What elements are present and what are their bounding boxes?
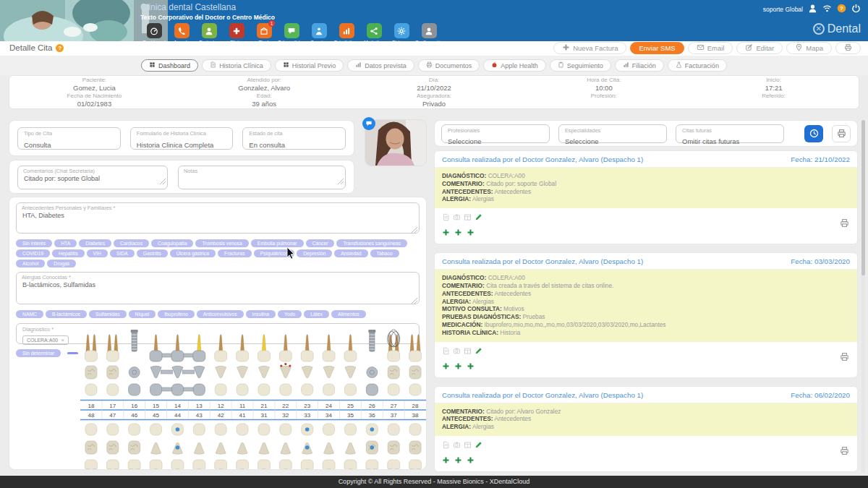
camera-icon[interactable]: [453, 211, 461, 224]
tag-cardiacos[interactable]: Cardíacos: [114, 239, 149, 247]
print-button[interactable]: [835, 42, 861, 54]
page-help-icon[interactable]: ?: [56, 44, 64, 52]
editar-button[interactable]: Editar: [736, 42, 783, 54]
tag-depresion[interactable]: Depresión: [297, 249, 332, 257]
tag-b-lactamicos[interactable]: B-lactámicos: [46, 310, 87, 318]
attach-doc-icon[interactable]: [442, 345, 450, 358]
scrollbar[interactable]: [861, 120, 865, 473]
chat-badge-icon[interactable]: [362, 117, 375, 130]
edit-pencil-icon[interactable]: [475, 439, 482, 452]
print-list-button[interactable]: [832, 125, 851, 142]
citas-futuras-select[interactable]: Citas futuras Omitir citas futuras: [676, 124, 784, 143]
add-treatment-button[interactable]: [442, 360, 450, 373]
add-note-button[interactable]: [467, 226, 475, 239]
tab-apple-health[interactable]: Apple Health: [483, 59, 546, 72]
add-note-button[interactable]: [467, 360, 475, 373]
tag-tabaco[interactable]: Tabaco: [370, 249, 399, 257]
mapa-button[interactable]: Mapa: [786, 42, 832, 54]
tag-sin-interes[interactable]: Sin interés: [16, 239, 52, 247]
tag-latex[interactable]: Látex: [304, 310, 329, 318]
tag-diabetes[interactable]: Diabetes: [79, 239, 111, 247]
odontogram[interactable]: 1848174716461545144413431242114121312232…: [79, 329, 427, 469]
tag-embolia-pulmonar[interactable]: Embolia pulmonar: [251, 239, 304, 247]
notas-input[interactable]: [178, 166, 346, 189]
tag-hepatitis[interactable]: Hepatitis: [52, 249, 84, 257]
table-icon[interactable]: [464, 211, 472, 224]
filters-card: Profesionales Seleccione Especialidades …: [434, 120, 858, 147]
tab-datos-prevista[interactable]: Datos prevista: [347, 59, 414, 72]
antecedentes-input[interactable]: HTA, Diabetes: [16, 202, 420, 234]
add-prescription-button[interactable]: [454, 226, 462, 239]
tag-ansiedad[interactable]: Ansiedad: [334, 249, 367, 257]
attach-doc-icon[interactable]: [442, 439, 450, 452]
tag-fracturas[interactable]: Fracturas: [218, 249, 252, 257]
slider-dash[interactable]: [67, 352, 78, 354]
add-prescription-button[interactable]: [454, 360, 462, 373]
tab-documentos[interactable]: Documentos: [418, 59, 480, 72]
print-consultation-icon[interactable]: [840, 218, 849, 231]
help-icon[interactable]: ?: [837, 4, 846, 14]
add-prescription-button[interactable]: [454, 454, 462, 467]
tag-niquel[interactable]: Níquel: [129, 310, 156, 318]
sin-determinar-tag[interactable]: Sin determinar: [16, 349, 61, 357]
tag-trombosis-venosa[interactable]: Trombosis venosa: [195, 239, 248, 247]
tag-ulcera-gastrica[interactable]: Úlcera gástrica: [170, 249, 216, 257]
nueva-factura-button[interactable]: Nueva Factura: [553, 42, 626, 54]
tab-dashboard[interactable]: Dashboard: [141, 59, 198, 72]
consultation-title[interactable]: Consulta realizada por el Doctor Gonzale…: [442, 257, 643, 265]
tag-hta[interactable]: HTA: [54, 239, 77, 247]
user-icon[interactable]: [808, 4, 817, 14]
tag-covid19[interactable]: COVID19: [16, 249, 50, 257]
especialidades-select[interactable]: Especialidades Seleccione: [558, 124, 667, 143]
profesionales-select[interactable]: Profesionales Seleccione: [441, 124, 550, 143]
logout-icon[interactable]: [851, 4, 861, 14]
formulario-field[interactable]: Formulario de Historia Clínica Historia …: [130, 127, 234, 150]
tab-filiacion[interactable]: Filiación: [615, 59, 664, 72]
email-button[interactable]: Email: [688, 42, 733, 54]
consultation-title[interactable]: Consulta realizada por el Doctor Gonzale…: [442, 155, 643, 163]
add-note-button[interactable]: [467, 454, 475, 467]
add-treatment-button[interactable]: [442, 454, 450, 467]
tipo-cita-field[interactable]: Tipo de Cita Consulta: [17, 127, 121, 150]
tag-coagulopatia[interactable]: Coagulopatía: [151, 239, 193, 247]
tag-namc[interactable]: NAMC: [16, 310, 43, 318]
history-clock-button[interactable]: [804, 125, 823, 142]
print-consultation-icon[interactable]: [840, 351, 849, 364]
add-treatment-button[interactable]: [442, 226, 450, 239]
edit-pencil-icon[interactable]: [475, 345, 482, 358]
tag-gastritis[interactable]: Gastritis: [137, 249, 168, 257]
camera-icon[interactable]: [453, 345, 461, 358]
comentarios-input[interactable]: Citado por: soporte Global: [17, 166, 168, 189]
alergias-input[interactable]: B-lactámicos, Sulfamidas: [16, 272, 420, 304]
page-title: Detalle Cita: [9, 43, 52, 52]
tag-ibuprofeno[interactable]: Ibuprofeno: [158, 310, 195, 318]
tag-transfusiones-sanguineas[interactable]: Transfusiones sanguíneas: [336, 239, 407, 247]
consultation-title[interactable]: Consulta realizada por el Doctor Gonzale…: [442, 391, 643, 399]
print-consultation-icon[interactable]: [840, 445, 849, 458]
scrollbar-thumb[interactable]: [861, 120, 865, 275]
edit-pencil-icon[interactable]: [475, 211, 482, 224]
table-icon[interactable]: [464, 439, 472, 452]
tag-anticonvulsivos[interactable]: Anticonvulsivos: [197, 310, 244, 318]
tab-facturacion[interactable]: Facturación: [668, 59, 727, 72]
camera-icon[interactable]: [453, 439, 461, 452]
tag-alimentos[interactable]: Alimentos: [331, 310, 366, 318]
tag-insulina[interactable]: Insulina: [246, 310, 276, 318]
tab-historial-previo[interactable]: Historial Previo: [275, 59, 344, 72]
tag-drogas[interactable]: Drogas: [47, 260, 76, 267]
tab-seguimiento[interactable]: Seguimiento: [550, 59, 611, 72]
enviar-sms-button[interactable]: Enviar SMS: [630, 42, 684, 54]
tag-sulfamidas[interactable]: Sulfamidas: [89, 310, 127, 318]
tag-sida[interactable]: SIDA: [110, 249, 135, 257]
estado-cita-field[interactable]: Estado de cita En consulta: [242, 127, 346, 150]
tab-historia-clinica[interactable]: Historia Clínica: [202, 59, 271, 72]
tag-yodo[interactable]: Yodo: [278, 310, 302, 318]
tag-cancer[interactable]: Cáncer: [306, 239, 335, 247]
attach-doc-icon[interactable]: [442, 211, 450, 224]
diagnostico-chip[interactable]: COLERA:A00 ×: [22, 335, 69, 345]
tag-alcohol[interactable]: Alcohol: [16, 260, 45, 267]
table-icon[interactable]: [464, 345, 472, 358]
chip-close-icon[interactable]: ×: [61, 337, 64, 343]
tag-vih[interactable]: VIH: [87, 249, 108, 257]
tag-psiquiatricos[interactable]: Psiquiátricos: [254, 249, 295, 257]
